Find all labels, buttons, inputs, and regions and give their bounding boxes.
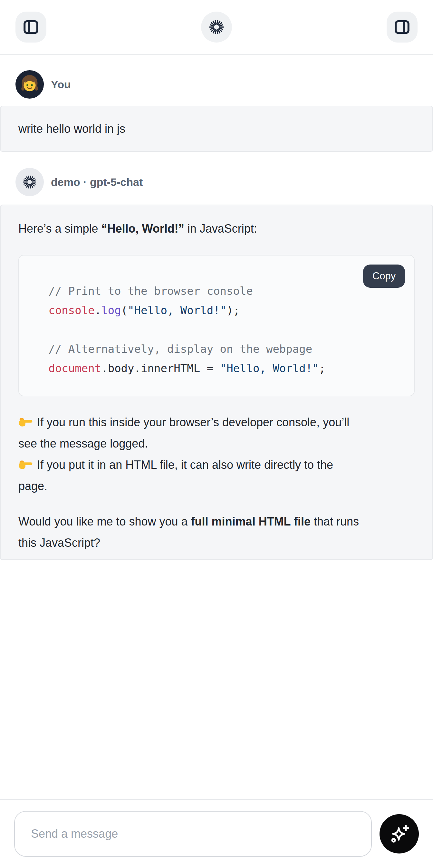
pointing-right-emoji — [18, 415, 34, 429]
pointing-right-emoji — [18, 459, 33, 470]
message-input[interactable] — [14, 811, 372, 857]
panel-left-icon — [22, 19, 40, 36]
assistant-paragraph: Would you like me to show you a full min… — [18, 511, 415, 554]
assistant-intro-text: Here’s a simple “Hello, World!” in JavaS… — [18, 218, 415, 239]
assistant-role-label: demo · gpt-5-chat — [51, 176, 143, 188]
assistant-avatar — [16, 168, 44, 196]
starburst-icon — [22, 174, 38, 190]
chat-scroll-area[interactable]: You write hello world in js demo · gpt-5… — [0, 70, 433, 560]
user-message-text: write hello world in js — [18, 122, 125, 136]
user-message-bubble: write hello world in js — [0, 106, 433, 152]
assistant-paragraph: If you run this inside your browser’s de… — [18, 412, 415, 497]
user-role-row: You — [0, 70, 433, 99]
sidebar-toggle-button[interactable] — [16, 11, 47, 42]
code-block: Copy // Print to the browser console con… — [18, 255, 415, 396]
app-logo[interactable] — [201, 11, 232, 42]
pointing-right-emoji — [18, 416, 33, 428]
user-avatar — [16, 70, 44, 99]
user-message: You write hello world in js — [0, 70, 433, 152]
pointing-right-emoji — [18, 458, 34, 471]
chat-app: You write hello world in js demo · gpt-5… — [0, 0, 433, 560]
sparkles-icon — [389, 823, 410, 844]
user-role-label: You — [51, 78, 71, 91]
assistant-message: demo · gpt-5-chat Here’s a simple “Hello… — [0, 168, 433, 560]
person-emoji — [16, 70, 44, 99]
panel-right-icon — [393, 19, 411, 36]
copy-button[interactable]: Copy — [363, 265, 405, 288]
assistant-paragraphs: If you run this inside your browser’s de… — [18, 412, 415, 554]
right-panel-toggle-button[interactable] — [386, 11, 417, 42]
send-button[interactable] — [379, 814, 419, 854]
assistant-message-bubble: Here’s a simple “Hello, World!” in JavaS… — [0, 205, 433, 560]
top-bar — [0, 0, 433, 55]
code-content: // Print to the browser console console.… — [29, 281, 404, 378]
composer-bar — [0, 799, 433, 868]
starburst-logo-icon — [208, 18, 225, 36]
assistant-role-row: demo · gpt-5-chat — [0, 168, 433, 196]
